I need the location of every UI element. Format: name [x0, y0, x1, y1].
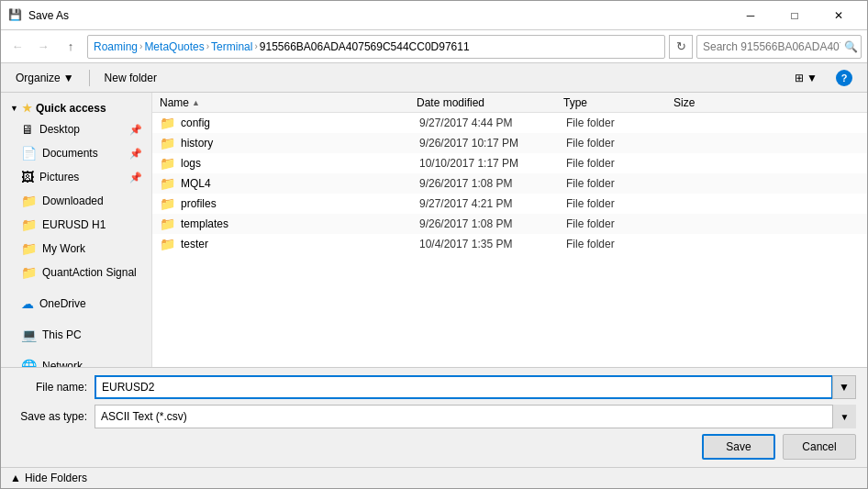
file-date: 9/27/2017 4:21 PM	[419, 197, 566, 210]
sidebar-item-my-work-label: My Work	[42, 242, 85, 255]
window-icon: 💾	[8, 8, 23, 23]
view-button[interactable]: ⊞ ▼	[787, 67, 825, 89]
table-row[interactable]: 📁 history 9/26/2017 10:17 PM File folder	[152, 133, 867, 153]
file-type: File folder	[566, 157, 676, 170]
forward-button[interactable]: →	[32, 36, 54, 58]
table-row[interactable]: 📁 tester 10/4/2017 1:35 PM File folder	[152, 234, 867, 254]
table-row[interactable]: 📁 MQL4 9/26/2017 1:08 PM File folder	[152, 173, 867, 194]
organize-arrow-icon: ▼	[63, 72, 74, 84]
folder-icon: 📁	[160, 196, 175, 211]
sidebar-item-thispc[interactable]: 💻 This PC	[1, 323, 151, 347]
sidebar-item-onedrive[interactable]: ☁ OneDrive	[1, 292, 151, 316]
hide-folders-bar[interactable]: ▲ Hide Folders	[1, 467, 867, 488]
file-name: MQL4	[181, 177, 419, 190]
main-content: ▼ ★ Quick access 🖥 Desktop 📌 📄 Documents…	[1, 93, 867, 367]
view-arrow-icon: ▼	[807, 72, 818, 84]
quick-access-star-icon: ★	[22, 102, 32, 115]
file-name: templates	[181, 217, 419, 230]
sidebar-item-eurusd-h1[interactable]: 📁 EURUSD H1	[1, 213, 151, 237]
filename-row: File name: ▼	[12, 375, 856, 399]
up-button[interactable]: ↑	[58, 36, 83, 58]
folder-icon: 📁	[160, 237, 175, 251]
breadcrumb-terminal[interactable]: Terminal	[211, 40, 252, 53]
sidebar-item-pictures[interactable]: 🖼 Pictures 📌	[1, 165, 151, 189]
sidebar-item-quantaction[interactable]: 📁 QuantAction Signal	[1, 261, 151, 284]
help-icon: ?	[836, 70, 852, 86]
sidebar-item-documents-label: Documents	[42, 147, 98, 160]
address-bar: ← → ↑ Roaming › MetaQuotes › Terminal › …	[1, 30, 867, 63]
column-size-header[interactable]: Size	[673, 96, 747, 109]
sidebar-item-documents[interactable]: 📄 Documents 📌	[1, 141, 151, 165]
sidebar-item-downloaded[interactable]: 📁 Downloaded	[1, 189, 151, 213]
table-row[interactable]: 📁 config 9/27/2017 4:44 PM File folder	[152, 113, 867, 133]
sidebar-item-pictures-label: Pictures	[39, 171, 79, 183]
toolbar-separator	[89, 70, 90, 86]
close-button[interactable]: ✕	[818, 1, 860, 30]
back-button[interactable]: ←	[6, 36, 28, 58]
file-date: 10/4/2017 1:35 PM	[419, 238, 566, 250]
column-type-header[interactable]: Type	[563, 96, 673, 109]
cancel-button[interactable]: Cancel	[783, 434, 856, 460]
hide-folders-arrow-icon: ▲	[10, 472, 21, 484]
network-icon: 🌐	[21, 359, 37, 367]
file-type: File folder	[566, 177, 676, 190]
file-type: File folder	[566, 217, 676, 230]
table-row[interactable]: 📁 profiles 9/27/2017 4:21 PM File folder	[152, 194, 867, 214]
filename-dropdown-button[interactable]: ▼	[832, 375, 856, 399]
pin-icon: 📌	[129, 124, 142, 136]
sidebar-item-downloaded-label: Downloaded	[42, 194, 104, 207]
sidebar-item-my-work[interactable]: 📁 My Work	[1, 237, 151, 261]
sidebar-item-onedrive-label: OneDrive	[39, 297, 86, 310]
breadcrumb-metaquotes[interactable]: MetaQuotes	[144, 40, 204, 53]
sidebar-divider-2	[1, 316, 151, 323]
organize-button[interactable]: Organize ▼	[8, 67, 82, 89]
new-folder-button[interactable]: New folder	[97, 67, 164, 89]
quick-access-header[interactable]: ▼ ★ Quick access	[1, 96, 151, 117]
file-list-header: Name ▲ Date modified Type Size	[152, 93, 867, 113]
file-type: File folder	[566, 117, 676, 129]
help-button[interactable]: ?	[829, 67, 860, 89]
sidebar-item-network[interactable]: 🌐 Network	[1, 354, 151, 367]
minimize-button[interactable]: ─	[729, 1, 772, 30]
search-input[interactable]	[703, 40, 840, 53]
file-date: 9/26/2017 10:17 PM	[419, 137, 566, 150]
file-type: File folder	[566, 197, 676, 210]
sidebar-item-thispc-label: This PC	[42, 328, 82, 341]
folder-icon: 📁	[21, 217, 37, 232]
new-folder-label: New folder	[105, 72, 157, 84]
file-name: history	[181, 137, 419, 150]
pin-icon: 📌	[129, 148, 142, 160]
folder-icon: 📁	[21, 241, 37, 256]
table-row[interactable]: 📁 templates 9/26/2017 1:08 PM File folde…	[152, 214, 867, 234]
file-date: 10/10/2017 1:17 PM	[419, 157, 566, 170]
save-button[interactable]: Save	[702, 434, 775, 460]
view-icon: ⊞	[795, 72, 804, 84]
column-date-header[interactable]: Date modified	[417, 96, 563, 109]
table-row[interactable]: 📁 logs 10/10/2017 1:17 PM File folder	[152, 153, 867, 173]
refresh-button[interactable]: ↻	[669, 35, 693, 59]
filetype-label: Save as type:	[12, 410, 95, 423]
pin-icon: 📌	[129, 172, 142, 183]
maximize-button[interactable]: □	[773, 1, 816, 30]
save-as-window: 💾 Save As ─ □ ✕ ← → ↑ Roaming › MetaQuot…	[0, 0, 868, 489]
filetype-select[interactable]: ASCII Text (*.csv)CSV (*.csv)Text (*.txt…	[95, 405, 856, 428]
breadcrumb-roaming[interactable]: Roaming	[94, 40, 138, 53]
documents-icon: 📄	[21, 146, 37, 161]
hide-folders-label: Hide Folders	[25, 472, 87, 484]
sidebar-item-desktop[interactable]: 🖥 Desktop 📌	[1, 117, 151, 141]
toolbar: Organize ▼ New folder ⊞ ▼ ?	[1, 63, 867, 93]
column-name-header[interactable]: Name ▲	[160, 96, 417, 109]
file-date: 9/27/2017 4:44 PM	[419, 117, 566, 129]
filename-dropdown-arrow-icon: ▼	[839, 381, 850, 394]
breadcrumb[interactable]: Roaming › MetaQuotes › Terminal › 915566…	[87, 35, 665, 59]
organize-label: Organize	[16, 72, 61, 84]
file-name: tester	[181, 238, 419, 250]
sidebar-item-network-label: Network	[42, 360, 83, 367]
sidebar-item-quantaction-label: QuantAction Signal	[42, 266, 137, 279]
filename-input[interactable]	[95, 375, 833, 399]
folder-icon: 📁	[160, 156, 175, 171]
file-name: config	[181, 117, 419, 129]
filetype-select-wrapper: ASCII Text (*.csv)CSV (*.csv)Text (*.txt…	[95, 405, 856, 428]
window-title: Save As	[28, 9, 729, 22]
file-date: 9/26/2017 1:08 PM	[419, 217, 566, 230]
